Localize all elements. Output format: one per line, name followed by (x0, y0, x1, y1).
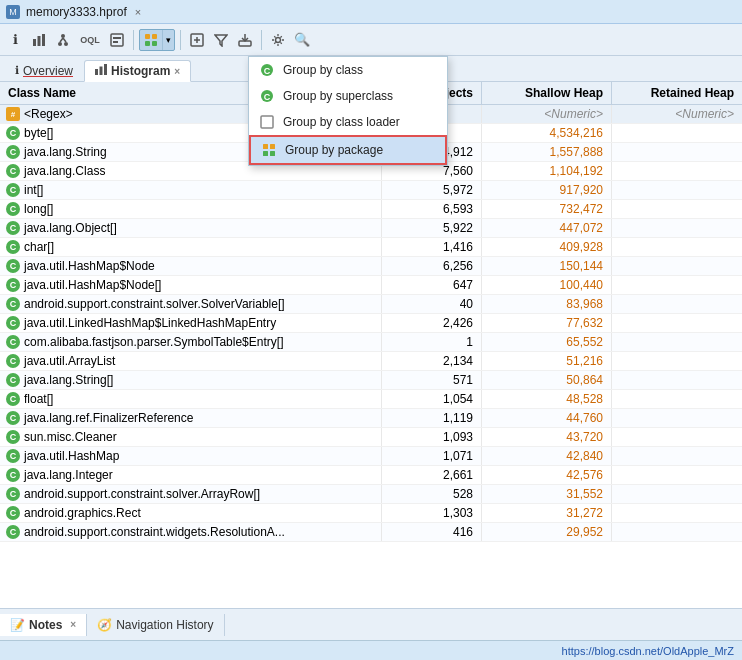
objects-cell: 2,134 (382, 352, 482, 370)
table-row[interactable]: C long[] 6,593 732,472 (0, 200, 742, 219)
svg-rect-24 (104, 64, 107, 75)
class-icon: C (6, 259, 20, 273)
bottom-tab-notes[interactable]: 📝 Notes × (0, 614, 87, 636)
svg-rect-11 (145, 34, 150, 39)
retained-cell (612, 485, 742, 503)
table-row[interactable]: C java.lang.String[] 571 50,864 (0, 371, 742, 390)
objects-cell: 1 (382, 333, 482, 351)
retained-cell (612, 295, 742, 313)
retained-cell (612, 390, 742, 408)
dropdown-group-by-class[interactable]: C Group by class (249, 57, 447, 83)
table-row[interactable]: C java.lang.Object[] 5,922 447,072 (0, 219, 742, 238)
tab-histogram-close[interactable]: × (174, 66, 180, 77)
class-icon: C (6, 278, 20, 292)
class-name: java.lang.String (24, 145, 107, 159)
svg-rect-1 (38, 36, 41, 46)
svg-rect-12 (152, 34, 157, 39)
filter-btn[interactable] (210, 29, 232, 51)
svg-rect-30 (263, 144, 268, 149)
tab-histogram-label: Histogram (111, 64, 170, 78)
oql-btn[interactable]: OQL (76, 29, 104, 51)
table-row[interactable]: C java.lang.Integer 2,661 42,576 (0, 466, 742, 485)
notes-close[interactable]: × (70, 619, 76, 630)
table-row[interactable]: C java.lang.ref.FinalizerReference 1,119… (0, 409, 742, 428)
regex-retained: <Numeric> (612, 105, 742, 123)
table-row[interactable]: C java.util.HashMap$Node 6,256 150,144 (0, 257, 742, 276)
export-btn[interactable] (234, 29, 256, 51)
table-row[interactable]: C android.support.constraint.widgets.Res… (0, 523, 742, 542)
app-icon: M (6, 5, 20, 19)
table-row[interactable]: C sun.misc.Cleaner 1,093 43,720 (0, 428, 742, 447)
objects-cell: 647 (382, 276, 482, 294)
table-row[interactable]: C android.support.constraint.solver.Solv… (0, 295, 742, 314)
class-name: java.util.ArrayList (24, 354, 115, 368)
dropdown-group-by-package[interactable]: Group by package (249, 135, 447, 165)
nav-label: Navigation History (116, 618, 213, 632)
shallow-cell: 1,557,888 (482, 143, 612, 161)
retained-cell (612, 447, 742, 465)
class-name: java.lang.ref.FinalizerReference (24, 411, 193, 425)
table-row[interactable]: C java.util.LinkedHashMap$LinkedHashMapE… (0, 314, 742, 333)
shallow-cell: 50,864 (482, 371, 612, 389)
table-row[interactable]: C java.util.HashMap$Node[] 647 100,440 (0, 276, 742, 295)
class-icon: C (6, 411, 20, 425)
class-name: sun.misc.Cleaner (24, 430, 117, 444)
class-name: java.util.LinkedHashMap$LinkedHashMapEnt… (24, 316, 276, 330)
class-icon: C (6, 297, 20, 311)
histogram-btn[interactable] (28, 29, 50, 51)
svg-point-21 (276, 37, 281, 42)
class-name: android.graphics.Rect (24, 506, 141, 520)
dropdown-group-by-superclass[interactable]: C Group by superclass (249, 83, 447, 109)
objects-cell: 40 (382, 295, 482, 313)
group-dropdown-arrow[interactable]: ▾ (163, 30, 174, 50)
shallow-cell: 44,760 (482, 409, 612, 427)
table-row[interactable]: C java.util.HashMap 1,071 42,840 (0, 447, 742, 466)
svg-rect-9 (113, 37, 121, 39)
col-retained[interactable]: Retained Heap (612, 82, 742, 104)
col-shallow[interactable]: Shallow Heap (482, 82, 612, 104)
shallow-cell: 917,920 (482, 181, 612, 199)
table-row[interactable]: C android.graphics.Rect 1,303 31,272 (0, 504, 742, 523)
tab-histogram[interactable]: Histogram × (84, 60, 191, 82)
shallow-cell: 100,440 (482, 276, 612, 294)
dominator-btn[interactable] (52, 29, 74, 51)
title-close[interactable]: × (135, 6, 141, 18)
svg-point-3 (61, 34, 65, 38)
group-superclass-label: Group by superclass (283, 89, 393, 103)
class-name: java.util.HashMap$Node (24, 259, 155, 273)
shallow-cell: 43,720 (482, 428, 612, 446)
class-name: java.lang.String[] (24, 373, 113, 387)
shallow-cell: 77,632 (482, 314, 612, 332)
table-row[interactable]: C int[] 5,972 917,920 (0, 181, 742, 200)
class-name: java.lang.Integer (24, 468, 113, 482)
table-row[interactable]: C char[] 1,416 409,928 (0, 238, 742, 257)
settings-btn[interactable] (267, 29, 289, 51)
retained-cell (612, 314, 742, 332)
shallow-cell: 83,968 (482, 295, 612, 313)
class-name: android.support.constraint.widgets.Resol… (24, 525, 285, 539)
shallow-cell: 447,072 (482, 219, 612, 237)
table-row[interactable]: C float[] 1,054 48,528 (0, 390, 742, 409)
group-dropdown-btn[interactable]: ▾ (139, 29, 175, 51)
class-icon: C (6, 221, 20, 235)
class-icon: C (6, 506, 20, 520)
class-name: float[] (24, 392, 53, 406)
svg-rect-31 (270, 144, 275, 149)
heap-btn[interactable] (106, 29, 128, 51)
retained-cell (612, 428, 742, 446)
svg-marker-18 (215, 35, 227, 46)
info-btn[interactable]: ℹ (4, 29, 26, 51)
regex-shallow: <Numeric> (482, 105, 612, 123)
calc-btn[interactable] (186, 29, 208, 51)
tab-overview[interactable]: ℹ Overview (4, 59, 84, 81)
table-row[interactable]: C java.util.ArrayList 2,134 51,216 (0, 352, 742, 371)
bottom-tab-nav[interactable]: 🧭 Navigation History (87, 614, 224, 636)
objects-cell: 2,661 (382, 466, 482, 484)
table-row[interactable]: C android.support.constraint.solver.Arra… (0, 485, 742, 504)
dropdown-group-by-classloader[interactable]: Group by class loader (249, 109, 447, 135)
svg-point-6 (58, 42, 62, 46)
search-btn[interactable]: 🔍 (291, 29, 313, 51)
class-name: long[] (24, 202, 53, 216)
app-container: M memory3333.hprof × ℹ OQL (0, 0, 742, 660)
table-row[interactable]: C com.alibaba.fastjson.parser.SymbolTabl… (0, 333, 742, 352)
